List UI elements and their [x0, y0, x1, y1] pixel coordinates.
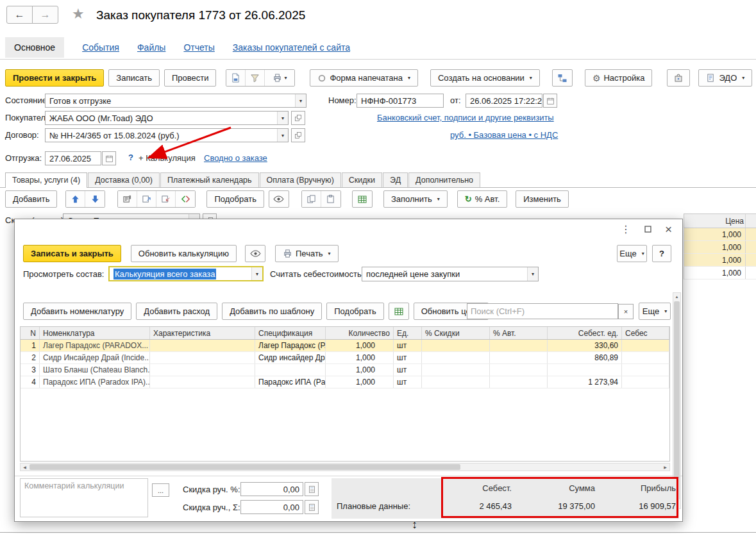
nav-tab-reports[interactable]: Отчеты [183, 42, 214, 53]
scroll-right-icon[interactable]: ▶ [661, 463, 669, 471]
auto-discount-button[interactable]: ↻ % Авт. [457, 190, 508, 208]
move-up-button[interactable] [66, 191, 85, 207]
dialog-table-more-button[interactable]: Еще ▾ [639, 303, 671, 320]
open-buyer-button[interactable] [291, 111, 305, 125]
horizontal-scroll-thumb[interactable] [29, 464, 460, 470]
maximize-icon[interactable] [644, 225, 652, 233]
view-composition-select[interactable]: Калькуляция всего заказа ▾ [108, 266, 264, 281]
form-printed-button[interactable]: Форма напечатана ▾ [310, 69, 418, 87]
order-row-price[interactable]: 1,000 [684, 241, 756, 254]
discount-sum-calculator-button[interactable] [305, 500, 319, 514]
forward-button[interactable]: → [32, 6, 58, 24]
edit-button[interactable]: Изменить [516, 190, 569, 208]
chevron-down-icon[interactable]: ▾ [277, 112, 288, 124]
chevron-down-icon[interactable]: ▾ [527, 267, 538, 281]
state-select[interactable]: Готов к отгрузке ▾ [45, 94, 307, 108]
chevron-down-icon[interactable]: ▾ [251, 267, 262, 280]
chart-up-button[interactable] [137, 191, 156, 207]
document-date-field[interactable]: 26.06.2025 17:22:27 [466, 94, 542, 108]
tab-payment[interactable]: Оплата (Вручную) [260, 172, 341, 187]
bank-account-link[interactable]: Банковский счет, подписи и другие реквиз… [377, 113, 554, 122]
compare-button[interactable] [176, 191, 195, 207]
nav-tab-events[interactable]: События [82, 42, 119, 53]
shipping-calendar-button[interactable] [102, 151, 116, 165]
order-row-price[interactable]: 1,000 [684, 267, 756, 280]
chart-down-button[interactable] [156, 191, 176, 207]
order-summary-link[interactable]: Сводно о заказе [204, 153, 267, 163]
horizontal-scrollbar[interactable]: ◀ ▶ [20, 463, 670, 471]
kebab-menu-icon[interactable]: ⋮ [621, 223, 631, 235]
calc-table-row[interactable]: 2 Сидр Инсайдер Драй (Incide... Сидр инс… [21, 352, 669, 364]
number-field[interactable]: НФНФ-001773 [357, 94, 444, 108]
tab-goods-services[interactable]: Товары, услуги (4) [5, 172, 87, 188]
dialog-save-and-close-button[interactable]: Записать и закрыть [23, 245, 121, 262]
pick-items-button[interactable]: Подобрать [206, 190, 264, 208]
vertical-scrollbar[interactable]: ▲ ▼ [673, 292, 681, 509]
order-row-price[interactable]: 1,000 [684, 228, 756, 241]
save-button[interactable]: Записать [108, 69, 160, 87]
settings-button[interactable]: ⚙ Настройка [585, 69, 653, 87]
dialog-more-button[interactable]: Еще ▾ [617, 245, 647, 262]
paste-rows-button[interactable] [321, 191, 340, 207]
tab-ed[interactable]: ЭД [383, 172, 408, 187]
calc-table-row[interactable]: 1 Лагер Парадокс (PARADOX... Лагер Парад… [21, 340, 669, 352]
search-input[interactable] [467, 303, 618, 319]
comment-expand-button[interactable]: ... [152, 483, 169, 497]
tab-additional[interactable]: Дополнительно [408, 172, 480, 187]
tab-discounts[interactable]: Скидки [342, 172, 382, 187]
calc-comment-field[interactable]: Комментарий калькуляции [20, 478, 148, 517]
calculation-link[interactable]: + Калькуляция [139, 153, 196, 163]
create-based-on-button[interactable]: Создать на основании ▾ [430, 69, 540, 87]
price-tag-button[interactable] [118, 191, 137, 207]
nav-tab-files[interactable]: Файлы [137, 42, 165, 53]
manual-discount-pct-input[interactable] [240, 482, 303, 496]
contract-select[interactable]: № НН-24/365 от 15.08.2024 (руб.) ▾ [45, 128, 289, 142]
clear-search-button[interactable]: × [618, 304, 634, 319]
move-down-button[interactable] [85, 191, 105, 207]
calc-table-row[interactable]: 4 Парадокс ИПА (Paradox IPA)... Парадокс… [21, 376, 669, 388]
post-button[interactable]: Провести [164, 69, 217, 87]
chevron-down-icon[interactable]: ▾ [295, 94, 306, 107]
subordination-structure-button[interactable] [552, 69, 573, 87]
add-nomenclature-button[interactable]: Добавить номенклатуру [23, 303, 131, 320]
manual-discount-sum-input[interactable] [240, 500, 303, 514]
shipping-date-field[interactable]: 27.06.2025 [45, 151, 101, 165]
dialog-print-button[interactable]: Печать ▾ [275, 245, 339, 262]
open-contract-button[interactable] [291, 128, 305, 142]
calendar-button[interactable] [543, 94, 557, 108]
print-icon-button[interactable]: ▾ [265, 70, 294, 86]
nav-tab-site-orders[interactable]: Заказы покупателей с сайта [233, 42, 350, 53]
nav-tab-main[interactable]: Основное [5, 37, 64, 58]
vertical-scroll-thumb[interactable] [674, 301, 680, 500]
update-calculation-button[interactable]: Обновить калькуляцию [131, 245, 237, 262]
dialog-pick-button[interactable]: Подобрать [326, 303, 383, 320]
back-button[interactable]: ← [6, 6, 33, 24]
scroll-left-icon[interactable]: ◀ [21, 463, 29, 471]
cost-by-select[interactable]: последней цене закупки ▾ [362, 267, 539, 281]
add-by-template-button[interactable]: Добавить по шаблону [222, 303, 322, 320]
favorite-star-icon[interactable]: ★ [72, 7, 85, 21]
tab-delivery[interactable]: Доставка (0,00) [88, 172, 160, 187]
dialog-view-button[interactable] [245, 245, 265, 262]
edo-button[interactable]: ЭДО ▾ [698, 69, 752, 87]
shipping-help-link[interactable]: ? [128, 153, 133, 162]
calc-table-row[interactable]: 3 Шато Бланш (Chateau Blanch... 1,000 шт [21, 364, 669, 376]
table-settings-button[interactable] [352, 190, 373, 208]
dialog-help-button[interactable]: ? [652, 245, 671, 262]
discount-pct-calculator-button[interactable] [305, 482, 319, 496]
filter-icon-button[interactable] [246, 70, 265, 86]
add-row-button[interactable]: Добавить [5, 190, 57, 208]
price-currency-link[interactable]: руб. • Базовая цена • с НДС [450, 130, 558, 140]
chevron-down-icon[interactable]: ▾ [277, 129, 288, 142]
fill-button[interactable]: Заполнить ▾ [383, 190, 448, 208]
tab-payment-calendar[interactable]: Платежный календарь [160, 172, 259, 187]
dialog-table-settings-button[interactable] [389, 303, 409, 320]
buyer-select[interactable]: ЖАБА ООО (Mr.Toad) ЭДО ▾ [45, 111, 289, 125]
close-icon[interactable]: × [665, 223, 672, 235]
post-and-close-button[interactable]: Провести и закрыть [5, 69, 104, 87]
add-expense-button[interactable]: Добавить расход [136, 303, 217, 320]
view-item-button[interactable] [269, 190, 289, 208]
copy-rows-button[interactable] [302, 191, 321, 207]
order-row-price[interactable]: 1,000 [684, 254, 756, 267]
post-document-icon-button[interactable] [226, 70, 246, 86]
